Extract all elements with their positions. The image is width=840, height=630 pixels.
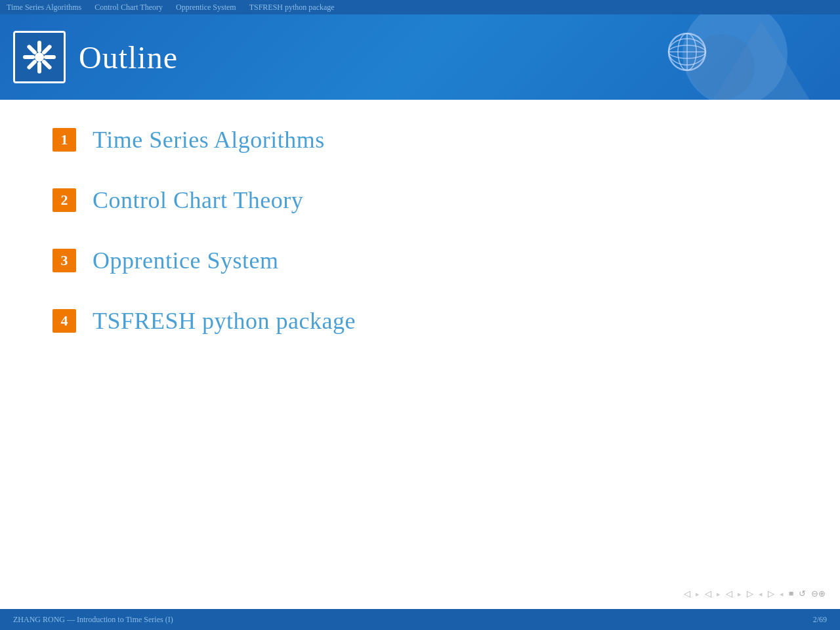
slide-title: Outline [79,39,178,75]
footer-author: ZHANG RONG — Introduction to Time Series… [13,615,173,625]
globe-icon [666,31,709,76]
nav-refresh-btn[interactable]: ↺ [797,587,807,600]
footer-page: 2/69 [813,615,827,625]
svg-rect-6 [26,59,37,70]
nav-item-4[interactable]: TSFRESH python package [249,3,335,12]
svg-rect-8 [41,59,52,70]
outline-item-3: 3 Opprentice System [52,247,788,274]
slide-footer: ZHANG RONG — Introduction to Time Series… [0,609,840,630]
kde-logo [13,31,66,83]
svg-rect-4 [44,55,56,59]
outline-item-2: 2 Control Chart Theory [52,186,788,214]
svg-point-0 [35,52,44,62]
nav-prev-btn[interactable]: ◁ [724,587,734,600]
outline-text-3: Opprentice System [93,247,278,274]
nav-zoom-btn[interactable]: ⊖⊕ [810,587,827,600]
number-badge-4: 4 [52,309,76,333]
number-badge-3: 3 [52,249,76,272]
slide-header: Outline [0,14,840,100]
nav-item-3[interactable]: Opprentice System [176,3,236,12]
slide-content: 1 Time Series Algorithms 2 Control Chart… [0,100,840,394]
nav-next-btn[interactable]: ▷ [746,587,755,600]
number-badge-1: 1 [52,128,76,152]
svg-rect-5 [41,44,52,55]
nav-item-2[interactable]: Control Chart Theory [94,3,163,12]
outline-text-4: TSFRESH python package [93,307,356,335]
outline-text-2: Control Chart Theory [93,186,303,214]
outline-item-4: 4 TSFRESH python package [52,307,788,335]
svg-rect-2 [37,62,41,74]
nav-prev-frame-btn[interactable]: ◁ [704,587,713,600]
nav-bookmark-btn[interactable]: ≡ [788,587,795,600]
nav-item-1[interactable]: Time Series Algorithms [7,3,81,12]
svg-rect-1 [37,41,41,52]
outline-item-1: 1 Time Series Algorithms [52,126,788,154]
nav-next-frame-btn[interactable]: ▷ [766,587,776,600]
outline-text-1: Time Series Algorithms [93,126,325,154]
nav-bar: Time Series Algorithms Control Chart The… [0,0,840,14]
slide-controls: ◁ ▸ ◁ ▸ ◁ ▸ ▷ ◂ ▷ ◂ ≡ ↺ ⊖⊕ [682,587,827,600]
svg-rect-3 [23,55,35,59]
number-badge-2: 2 [52,188,76,212]
svg-rect-7 [26,44,37,55]
nav-first-btn[interactable]: ◁ [682,587,692,600]
